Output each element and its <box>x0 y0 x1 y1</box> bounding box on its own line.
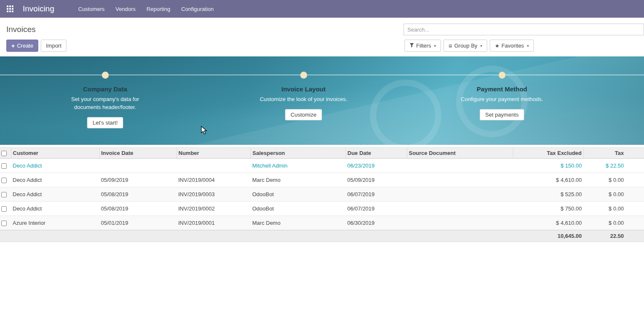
cell-tax[interactable]: $ 0.00 <box>583 202 644 216</box>
chevron-down-icon: ▾ <box>434 44 436 48</box>
invoice-row[interactable]: Deco Addict 05/08/2019 INV/2019/0003 Odo… <box>0 187 644 202</box>
table-header-row: Customer Invoice Date Number Salesperson… <box>0 148 644 159</box>
cell-customer[interactable]: Deco Addict <box>11 187 99 202</box>
cell-customer[interactable]: Azure Interior <box>11 216 99 230</box>
filters-button[interactable]: Filters ▾ <box>404 40 441 52</box>
cell-tax-excluded[interactable]: $ 4,610.00 <box>513 216 583 230</box>
search-input[interactable] <box>404 24 644 35</box>
chevron-down-icon: ▾ <box>480 44 483 48</box>
column-tax-excluded[interactable]: Tax Excluded <box>513 148 583 159</box>
filters-button-label: Filters <box>416 43 431 49</box>
glasses-decoration <box>370 80 441 145</box>
cell-due-date[interactable]: 05/09/2019 <box>346 173 407 187</box>
menu-reporting[interactable]: Reporting <box>141 0 176 18</box>
cell-source-document[interactable] <box>407 173 513 187</box>
cell-tax-excluded[interactable]: $ 4,610.00 <box>513 173 583 187</box>
cell-invoice-date[interactable]: 05/08/2019 <box>99 187 177 202</box>
group-by-icon: ≡ <box>449 43 452 49</box>
cell-salesperson[interactable]: OdooBot <box>251 202 346 216</box>
lets-start-button[interactable]: Let's start! <box>87 117 123 128</box>
step-dot-icon <box>300 72 307 79</box>
menu-configuration[interactable]: Configuration <box>176 0 219 18</box>
cell-due-date[interactable]: 06/30/2019 <box>346 216 407 230</box>
apps-menu-icon[interactable] <box>7 5 13 12</box>
column-source-document[interactable]: Source Document <box>407 148 513 159</box>
cell-invoice-date[interactable] <box>99 159 177 173</box>
cell-salesperson[interactable]: Marc Demo <box>251 173 346 187</box>
row-checkbox[interactable] <box>1 178 7 183</box>
column-invoice-date[interactable]: Invoice Date <box>99 148 177 159</box>
cell-number[interactable]: INV/2019/0002 <box>177 202 251 216</box>
cell-number[interactable] <box>177 159 251 173</box>
cell-due-date[interactable]: 06/07/2019 <box>346 187 407 202</box>
filter-icon <box>409 43 414 49</box>
select-all-checkbox[interactable] <box>1 151 7 156</box>
cell-tax[interactable]: $ 22.50 <box>583 159 644 173</box>
invoicing-app-screen: Invoicing Customers Vendors Reporting Co… <box>0 0 644 317</box>
favorites-button[interactable]: ★ Favorites ▾ <box>490 40 534 52</box>
create-button[interactable]: + Create <box>6 40 38 52</box>
cell-source-document[interactable] <box>407 202 513 216</box>
create-button-label: Create <box>17 43 33 49</box>
invoice-row[interactable]: Deco Addict 05/09/2019 INV/2019/0004 Mar… <box>0 173 644 187</box>
cell-invoice-date[interactable]: 05/09/2019 <box>99 173 177 187</box>
main-menu: Customers Vendors Reporting Configuratio… <box>73 0 219 18</box>
total-tax-excluded: 10,645.00 <box>513 230 583 242</box>
cell-number[interactable]: INV/2019/0004 <box>177 173 251 187</box>
favorites-button-label: Favorites <box>501 43 524 49</box>
set-payments-button[interactable]: Set payments <box>480 109 524 120</box>
app-title[interactable]: Invoicing <box>23 4 54 13</box>
cell-customer[interactable]: Deco Addict <box>11 159 99 173</box>
invoice-row[interactable]: Azure Interior 05/01/2019 INV/2019/0001 … <box>0 216 644 230</box>
step-description: Customize the look of your invoices. <box>259 96 348 104</box>
cell-salesperson[interactable]: Marc Demo <box>251 216 346 230</box>
invoice-row[interactable]: Deco Addict Mitchell Admin 06/23/2019 $ … <box>0 159 644 173</box>
cell-source-document[interactable] <box>407 159 513 173</box>
column-due-date[interactable]: Due Date <box>346 148 407 159</box>
cell-number[interactable]: INV/2019/0003 <box>177 187 251 202</box>
cell-due-date[interactable]: 06/23/2019 <box>346 159 407 173</box>
select-all-cell <box>0 148 11 159</box>
column-customer[interactable]: Customer <box>11 148 99 159</box>
cell-invoice-date[interactable]: 05/01/2019 <box>99 216 177 230</box>
cell-tax[interactable]: $ 0.00 <box>583 216 644 230</box>
action-buttons: + Create Import <box>6 40 644 52</box>
cell-due-date[interactable]: 06/07/2019 <box>346 202 407 216</box>
cell-customer[interactable]: Deco Addict <box>11 202 99 216</box>
row-checkbox[interactable] <box>1 221 7 226</box>
cell-tax-excluded[interactable]: $ 525.00 <box>513 187 583 202</box>
cell-number[interactable]: INV/2019/0001 <box>177 216 251 230</box>
onboarding-step-invoice-layout: Invoice Layout Customize the look of you… <box>236 56 371 120</box>
step-dot-icon <box>102 72 109 79</box>
menu-vendors[interactable]: Vendors <box>110 0 141 18</box>
row-checkbox[interactable] <box>1 192 7 197</box>
cell-source-document[interactable] <box>407 187 513 202</box>
cell-tax[interactable]: $ 0.00 <box>583 173 644 187</box>
step-dot-icon <box>499 72 506 79</box>
step-description: Set your company's data for documents he… <box>61 96 150 112</box>
cell-source-document[interactable] <box>407 216 513 230</box>
onboarding-step-payment-method: Payment Method Configure your payment me… <box>435 56 569 120</box>
cell-tax[interactable]: $ 0.00 <box>583 187 644 202</box>
group-by-button[interactable]: ≡ Group By ▾ <box>443 40 487 52</box>
star-icon: ★ <box>495 43 499 48</box>
cell-customer[interactable]: Deco Addict <box>11 173 99 187</box>
column-number[interactable]: Number <box>177 148 251 159</box>
cell-salesperson[interactable]: Mitchell Admin <box>251 159 346 173</box>
cell-invoice-date[interactable]: 05/08/2019 <box>99 202 177 216</box>
cell-tax-excluded[interactable]: $ 750.00 <box>513 202 583 216</box>
invoice-list: Customer Invoice Date Number Salesperson… <box>0 147 644 242</box>
column-tax[interactable]: Tax <box>583 148 644 159</box>
totals-row: 10,645.00 22.50 <box>0 230 644 242</box>
row-checkbox[interactable] <box>1 206 7 212</box>
invoice-row[interactable]: Deco Addict 05/08/2019 INV/2019/0002 Odo… <box>0 202 644 216</box>
customize-button[interactable]: Customize <box>285 109 322 120</box>
cell-salesperson[interactable]: OdooBot <box>251 187 346 202</box>
menu-customers[interactable]: Customers <box>73 0 110 18</box>
import-button[interactable]: Import <box>41 40 66 52</box>
total-tax: 22.50 <box>583 230 644 242</box>
top-navbar: Invoicing Customers Vendors Reporting Co… <box>0 0 644 18</box>
column-salesperson[interactable]: Salesperson <box>251 148 346 159</box>
cell-tax-excluded[interactable]: $ 150.00 <box>513 159 583 173</box>
row-checkbox[interactable] <box>1 163 7 169</box>
